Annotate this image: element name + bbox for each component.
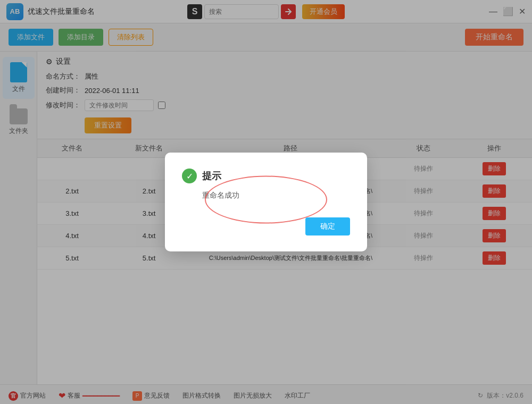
modal-title-row: ✓ 提示 [182,169,350,183]
modal-overlay: ✓ 提示 重命名成功 确定 [0,0,532,404]
modal-message: 重命名成功 [202,191,350,200]
modal-box: ✓ 提示 重命名成功 确定 [165,153,367,251]
modal-title: 提示 [202,170,221,182]
check-icon: ✓ [182,169,197,183]
modal-confirm-button[interactable]: 确定 [305,217,350,235]
